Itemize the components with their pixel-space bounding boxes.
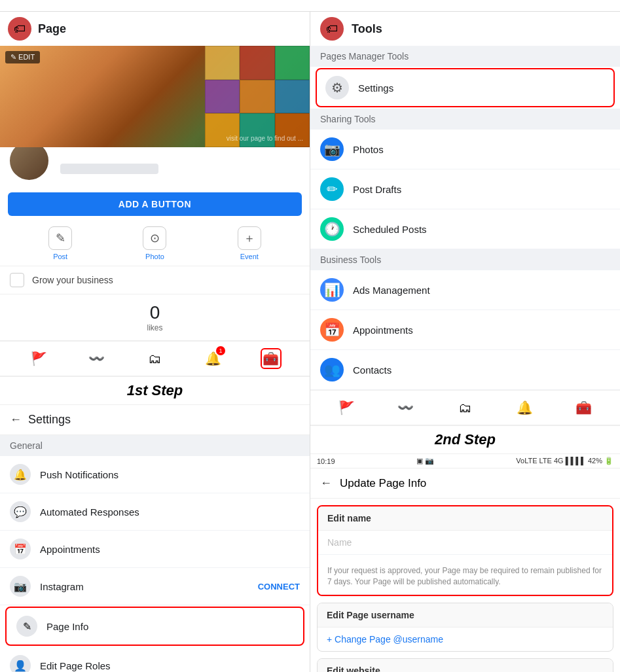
page-header: 🏷 Page bbox=[0, 12, 310, 46]
photo-action[interactable]: ⊙ Photo bbox=[143, 226, 166, 260]
nav2-flag-icon[interactable]: 🚩 bbox=[336, 397, 357, 418]
post-drafts-icon: ✏ bbox=[320, 177, 344, 201]
instagram-icon: 📷 bbox=[10, 576, 31, 597]
settings-page-info[interactable]: ✎ Page Info bbox=[5, 607, 304, 646]
settings-title: Settings bbox=[28, 413, 71, 427]
settings-edit-page-roles[interactable]: 👤 Edit Page Roles bbox=[0, 647, 310, 672]
cover-block bbox=[275, 80, 310, 114]
edit-cover-button[interactable]: ✎ EDIT bbox=[5, 51, 40, 63]
name-field-wrapper: Name bbox=[318, 531, 612, 555]
cover-block bbox=[275, 113, 310, 147]
change-username-text[interactable]: + Change Page @username bbox=[327, 634, 443, 645]
scheduled-posts-icon: 🕐 bbox=[320, 217, 344, 241]
cover-block bbox=[205, 46, 240, 80]
post-action[interactable]: ✎ Post bbox=[48, 226, 72, 260]
update-page-back-button[interactable]: ← bbox=[320, 476, 332, 490]
sharing-tools-header: Sharing Tools bbox=[310, 109, 620, 130]
update-page-title: Update Page Info bbox=[340, 477, 426, 490]
step1-area: 🏷 Page ✎ EDIT visit our pag bbox=[0, 12, 310, 405]
cover-overlay-text: visit our page to find out ... bbox=[227, 135, 303, 142]
instagram-connect-button[interactable]: CONNECT bbox=[258, 582, 300, 592]
instagram-text: Instagram bbox=[40, 581, 249, 592]
notification-badge: 1 bbox=[216, 346, 225, 355]
add-button[interactable]: ADD A BUTTON bbox=[8, 192, 302, 216]
photo-icon: ⊙ bbox=[143, 226, 166, 250]
event-action[interactable]: ＋ Event bbox=[238, 226, 261, 260]
top-status-bar bbox=[0, 0, 620, 12]
page-avatar: 🏷 bbox=[8, 17, 31, 41]
grow-row: Grow your business bbox=[0, 266, 310, 294]
nav2-inbox-icon[interactable]: 🗂 bbox=[454, 397, 475, 418]
edit-website-section: Edit website Website bbox=[317, 658, 613, 672]
edit-name-label: Edit name bbox=[318, 506, 612, 531]
settings-appointments[interactable]: 📅 Appointments bbox=[0, 531, 310, 568]
tools-post-drafts[interactable]: ✏ Post Drafts bbox=[310, 169, 620, 209]
tools-settings[interactable]: ⚙ Settings bbox=[316, 68, 615, 107]
name-input[interactable]: Name bbox=[327, 537, 603, 548]
likes-section: 0 likes bbox=[0, 294, 310, 341]
settings-back-button[interactable]: ← bbox=[10, 413, 22, 427]
edit-page-roles-icon: 👤 bbox=[10, 655, 31, 672]
step2-area: 🏷 Tools Pages Manager Tools ⚙ Settings S… bbox=[310, 12, 620, 454]
edit-form-area: Edit name Name If your request is approv… bbox=[310, 499, 620, 672]
settings-instagram[interactable]: 📷 Instagram CONNECT bbox=[0, 568, 310, 605]
event-label: Event bbox=[240, 253, 259, 260]
appointments-icon: 📅 bbox=[10, 539, 31, 559]
tools-photos[interactable]: 📷 Photos bbox=[310, 130, 620, 169]
bottom-nav-step2: 🚩 〰️ 🗂 🔔 🧰 bbox=[310, 390, 620, 426]
tools-appointments-label: Appointments bbox=[353, 325, 413, 336]
push-notifications-text: Push Notifications bbox=[40, 469, 300, 480]
page-info-text: Page Info bbox=[46, 621, 293, 632]
cover-blocks bbox=[205, 46, 310, 147]
tools-ads-management[interactable]: 📊 Ads Management bbox=[310, 270, 620, 310]
left-panel: 🏷 Page ✎ EDIT visit our pag bbox=[0, 12, 310, 672]
cover-block bbox=[240, 46, 274, 80]
bottom-nav-step1: 🚩 〰️ 🗂 🔔 1 🧰 bbox=[0, 341, 310, 377]
nav-activity-icon[interactable]: 〰️ bbox=[86, 348, 107, 369]
automated-responses-text: Automated Responses bbox=[40, 506, 300, 518]
change-username-row[interactable]: + Change Page @username bbox=[318, 628, 613, 651]
scheduled-posts-label: Scheduled Posts bbox=[353, 224, 427, 235]
tools-scheduled-posts[interactable]: 🕐 Scheduled Posts bbox=[310, 209, 620, 249]
nav-inbox-icon[interactable]: 🗂 bbox=[144, 348, 165, 369]
tools-appointments[interactable]: 📅 Appointments bbox=[310, 310, 620, 350]
edit-name-section: Edit name Name If your request is approv… bbox=[317, 505, 613, 596]
nav2-notification-icon[interactable]: 🔔 bbox=[514, 397, 535, 418]
status-signal: VoLTE LTE 4G ▌▌▌▌ 42% 🔋 bbox=[516, 457, 613, 465]
edit-website-label: Edit website bbox=[318, 659, 613, 672]
page-title: Page bbox=[38, 22, 66, 36]
push-notifications-icon: 🔔 bbox=[10, 464, 31, 485]
nav-notification-icon[interactable]: 🔔 1 bbox=[202, 348, 223, 369]
settings-icon: ⚙ bbox=[325, 76, 349, 99]
nav2-tools-icon[interactable]: 🧰 bbox=[574, 397, 594, 418]
step2-label: 2nd Step bbox=[310, 426, 620, 453]
phone-status-bar: 10:19 ▣ 📷 VoLTE LTE 4G ▌▌▌▌ 42% 🔋 bbox=[310, 454, 620, 469]
photos-label: Photos bbox=[353, 144, 384, 155]
step4-area: 10:19 ▣ 📷 VoLTE LTE 4G ▌▌▌▌ 42% 🔋 ← Upda… bbox=[310, 454, 620, 672]
tools-title: Tools bbox=[352, 22, 382, 36]
post-label: Post bbox=[53, 253, 67, 260]
grow-text: Grow your business bbox=[32, 275, 113, 285]
tools-contacts[interactable]: 👥 Contacts bbox=[310, 350, 620, 390]
edit-page-roles-text: Edit Page Roles bbox=[40, 660, 300, 671]
status-icons: ▣ 📷 bbox=[416, 457, 434, 465]
cover-image: ✎ EDIT visit our page to find out ... bbox=[0, 46, 310, 147]
likes-label: likes bbox=[147, 323, 162, 332]
settings-push-notifications[interactable]: 🔔 Push Notifications bbox=[0, 456, 310, 493]
cover-block bbox=[205, 113, 240, 147]
likes-count: 0 bbox=[150, 302, 160, 323]
profile-section bbox=[0, 147, 310, 187]
appointments-text: Appointments bbox=[40, 544, 300, 555]
settings-automated-responses[interactable]: 💬 Automated Responses bbox=[0, 493, 310, 531]
pages-manager-header: Pages Manager Tools bbox=[310, 46, 620, 67]
grow-checkbox[interactable] bbox=[10, 273, 24, 287]
cover-block bbox=[240, 80, 274, 114]
nav-tools-icon[interactable]: 🧰 bbox=[261, 348, 282, 369]
settings-label: Settings bbox=[358, 82, 393, 94]
nav2-activity-icon[interactable]: 〰️ bbox=[395, 397, 416, 418]
ads-management-label: Ads Management bbox=[353, 285, 430, 296]
nav-flag-icon[interactable]: 🚩 bbox=[28, 348, 49, 369]
edit-username-label: Edit Page username bbox=[318, 603, 613, 628]
cover-block bbox=[205, 80, 240, 114]
settings-general-header: General bbox=[0, 435, 310, 456]
